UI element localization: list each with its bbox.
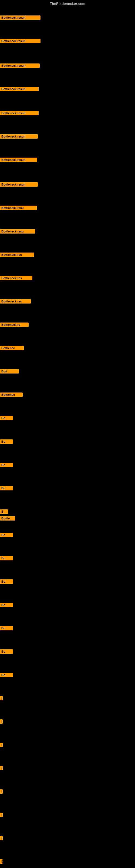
bottleneck-row: Bo [0, 603, 13, 608]
bottleneck-badge[interactable]: | [0, 696, 3, 701]
bottleneck-row: Bottleneck result [0, 63, 40, 69]
bottleneck-badge[interactable]: Bottleneck result [0, 134, 38, 138]
bottleneck-row: Bottleneck result [0, 87, 39, 92]
bottleneck-badge[interactable]: Bottleneck result [0, 158, 37, 162]
bottleneck-row: Bo [0, 556, 13, 561]
bottleneck-badge[interactable]: Bottleneck result [0, 39, 41, 43]
site-title: TheBottlenecker.com [0, 0, 135, 7]
bottleneck-badge[interactable]: | [0, 789, 3, 794]
bottleneck-badge[interactable]: Bottleneck res [0, 276, 32, 280]
bottleneck-badge[interactable]: Bo [0, 533, 13, 537]
bottleneck-row: Bo [0, 463, 13, 468]
bottleneck-badge[interactable]: E [0, 859, 3, 864]
bottleneck-row: Bo [0, 416, 13, 421]
bottleneck-badge[interactable]: Bottleneck re [0, 322, 29, 327]
bottleneck-badge[interactable]: Bo [0, 673, 13, 677]
bottleneck-badge[interactable]: Bo [0, 649, 13, 654]
bottleneck-badge[interactable]: B [0, 509, 8, 514]
bottleneck-badge[interactable]: Bottlenec [0, 393, 23, 397]
bottleneck-badge[interactable]: Bottlenec [0, 346, 24, 350]
bottleneck-badge[interactable]: Bottleneck resu [0, 229, 35, 234]
bottleneck-row: Bottleneck res [0, 276, 32, 281]
bottleneck-badge[interactable]: Bottleneck result [0, 111, 39, 115]
bottleneck-badge[interactable]: Bo [0, 463, 13, 467]
bottleneck-badge[interactable]: Bottleneck res [0, 299, 31, 304]
bottleneck-row: | [0, 813, 3, 818]
bottleneck-badge[interactable]: | [0, 836, 3, 840]
bottleneck-row: | [0, 743, 3, 748]
bottleneck-badge[interactable]: Bo [0, 626, 13, 630]
bottleneck-row: Bottleneck result [0, 182, 38, 188]
bottleneck-badge[interactable]: Bott [0, 369, 19, 373]
bottleneck-row: Bottleneck resu [0, 206, 37, 211]
bottleneck-badge[interactable]: Bottle [0, 516, 15, 521]
bottleneck-badge[interactable]: | [0, 743, 3, 747]
bottleneck-row: Bottleneck res [0, 299, 31, 305]
bottleneck-badge[interactable]: | [0, 813, 3, 817]
bottleneck-badge[interactable]: Bottleneck resu [0, 206, 37, 210]
bottleneck-row: Bottleneck result [0, 134, 38, 140]
bottleneck-row: | [0, 696, 3, 702]
bottleneck-row: Bottleneck res [0, 252, 34, 258]
bottleneck-row: Bottleneck result [0, 16, 41, 21]
bottleneck-row: Bottleneck result [0, 158, 37, 163]
bottleneck-row: Bo [0, 439, 13, 445]
bottleneck-row: Bottle [0, 516, 15, 522]
bottleneck-row: Bott [0, 369, 19, 375]
bottleneck-badge[interactable]: Bo [0, 439, 13, 444]
bottleneck-row: Bottleneck resu [0, 229, 35, 235]
bottleneck-row: | [0, 719, 3, 725]
bottleneck-badge[interactable]: Bo [0, 486, 13, 490]
bottleneck-row: | [0, 789, 3, 795]
bottleneck-row: Bottlenec [0, 346, 24, 351]
bottleneck-badge[interactable]: Bo [0, 579, 13, 584]
bottleneck-badge[interactable]: Bottleneck result [0, 63, 40, 68]
bottleneck-badge[interactable]: | [0, 766, 3, 770]
bottleneck-badge[interactable]: Bo [0, 603, 13, 607]
bottleneck-badge[interactable]: Bottleneck result [0, 16, 41, 20]
bottleneck-row: | [0, 836, 3, 841]
bottleneck-row: Bottlenec [0, 393, 23, 398]
bottleneck-row: Bottleneck re [0, 322, 29, 328]
bottleneck-badge[interactable]: Bottleneck result [0, 182, 38, 187]
bottleneck-row: Bo [0, 486, 13, 492]
bottleneck-row: Bottleneck result [0, 111, 39, 116]
bottleneck-row: Bo [0, 579, 13, 585]
bottleneck-row: B [0, 509, 8, 515]
bottleneck-badge[interactable]: Bottleneck res [0, 252, 34, 257]
bottleneck-row: Bo [0, 533, 13, 538]
bottleneck-badge[interactable]: Bo [0, 416, 13, 420]
bottleneck-row: Bo [0, 673, 13, 678]
bottleneck-badge[interactable]: Bottleneck result [0, 87, 39, 91]
bottleneck-badge[interactable]: Bo [0, 556, 13, 560]
bottleneck-row: E [0, 859, 3, 865]
bottleneck-badge[interactable]: | [0, 719, 3, 724]
bottleneck-row: Bo [0, 626, 13, 631]
bottleneck-row: Bottleneck result [0, 39, 41, 44]
bottleneck-row: Bo [0, 649, 13, 655]
bottleneck-row: | [0, 766, 3, 771]
